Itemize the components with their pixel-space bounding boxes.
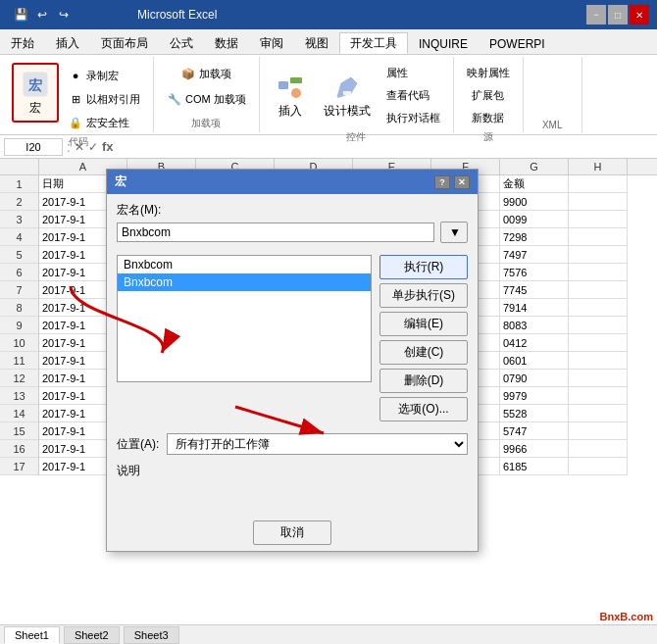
row-header-15[interactable]: 15 (0, 422, 38, 440)
row-header-13[interactable]: 13 (0, 387, 38, 405)
redo-qa-btn[interactable]: ↪ (55, 6, 73, 24)
relative-ref-btn[interactable]: ⊞ 以相对引用 (63, 88, 145, 110)
row-header-1[interactable]: 1 (0, 175, 38, 193)
cancel-btn[interactable]: 取消 (253, 520, 331, 545)
row-header-12[interactable]: 12 (0, 370, 38, 387)
macro-list-item-bnxbcom-selected[interactable]: Bnxbcom (118, 273, 371, 291)
sheet-tab-3[interactable]: Sheet3 (124, 626, 179, 644)
cell-h17[interactable] (569, 458, 628, 475)
col-header-g[interactable]: G (500, 159, 569, 174)
minimize-btn[interactable]: － (586, 5, 606, 25)
options-btn[interactable]: 选项(O)... (379, 397, 468, 421)
cell-h5[interactable] (569, 246, 628, 264)
cell-h3[interactable] (569, 211, 628, 228)
cell-g4[interactable]: 7298 (500, 228, 569, 246)
cell-h11[interactable] (569, 352, 628, 370)
row-header-7[interactable]: 7 (0, 281, 38, 299)
map-property-btn[interactable]: 映射属性 (462, 63, 515, 83)
row-header-4[interactable]: 4 (0, 228, 38, 246)
dialog-close-btn[interactable]: ✕ (454, 175, 470, 189)
cell-h4[interactable] (569, 228, 628, 246)
cell-h16[interactable] (569, 440, 628, 458)
save-qa-btn[interactable]: 💾 (12, 6, 29, 24)
cell-g15[interactable]: 5747 (500, 422, 569, 440)
tab-data[interactable]: 数据 (204, 32, 249, 54)
macro-list-item-bnxbcom-top[interactable]: Bnxbcom (118, 256, 371, 273)
expand-pkg-btn[interactable]: 扩展包 (467, 85, 509, 106)
cell-h12[interactable] (569, 370, 628, 387)
tab-review[interactable]: 审阅 (249, 32, 294, 54)
delete-btn[interactable]: 删除(D) (379, 369, 468, 393)
cell-h7[interactable] (569, 281, 628, 299)
row-header-14[interactable]: 14 (0, 405, 38, 422)
row-header-8[interactable]: 8 (0, 299, 38, 317)
dialog-help-btn[interactable]: ? (434, 175, 450, 189)
row-header-11[interactable]: 11 (0, 352, 38, 370)
cell-g11[interactable]: 0601 (500, 352, 569, 370)
property-btn[interactable]: 属性 (381, 63, 445, 83)
close-btn[interactable]: ✕ (630, 5, 649, 25)
cell-h8[interactable] (569, 299, 628, 317)
cell-g13[interactable]: 9979 (500, 387, 569, 405)
tab-developer[interactable]: 开发工具 (339, 32, 408, 54)
cell-h1[interactable] (569, 175, 628, 193)
cell-g7[interactable]: 7745 (500, 281, 569, 299)
edit-btn[interactable]: 编辑(E) (379, 312, 468, 336)
sheet-tab-2[interactable]: Sheet2 (64, 626, 120, 644)
step-btn[interactable]: 单步执行(S) (379, 283, 468, 308)
cell-g10[interactable]: 0412 (500, 334, 569, 352)
design-mode-btn[interactable]: 设计模式 (317, 67, 378, 124)
cell-h15[interactable] (569, 422, 628, 440)
create-btn[interactable]: 创建(C) (379, 340, 468, 365)
cell-g9[interactable]: 8083 (500, 317, 569, 334)
row-header-10[interactable]: 10 (0, 334, 38, 352)
cell-h14[interactable] (569, 405, 628, 422)
row-header-5[interactable]: 5 (0, 246, 38, 264)
insert-control-btn[interactable]: 插入 (268, 67, 313, 124)
row-header-2[interactable]: 2 (0, 193, 38, 211)
formula-input[interactable] (117, 140, 653, 154)
tab-view[interactable]: 视图 (294, 32, 339, 54)
macro-name-input[interactable] (117, 223, 434, 242)
cell-g8[interactable]: 7914 (500, 299, 569, 317)
row-header-3[interactable]: 3 (0, 211, 38, 228)
tab-inquire[interactable]: INQUIRE (408, 32, 479, 54)
cell-g5[interactable]: 7497 (500, 246, 569, 264)
cell-h9[interactable] (569, 317, 628, 334)
cell-g14[interactable]: 5528 (500, 405, 569, 422)
run-btn[interactable]: 执行(R) (379, 255, 468, 279)
cell-h10[interactable] (569, 334, 628, 352)
macro-list[interactable]: Bnxbcom Bnxbcom (117, 255, 372, 382)
row-header-6[interactable]: 6 (0, 264, 38, 281)
addins-btn[interactable]: 📦 加载项 (176, 63, 236, 84)
run-dialog-btn[interactable]: 执行对话框 (381, 108, 445, 128)
tab-home[interactable]: 开始 (0, 32, 45, 54)
cell-g2[interactable]: 9900 (500, 193, 569, 211)
row-header-9[interactable]: 9 (0, 317, 38, 334)
confirm-formula-icon[interactable]: ✓ (88, 140, 98, 154)
cell-h13[interactable] (569, 387, 628, 405)
col-header-h[interactable]: H (569, 159, 628, 174)
record-macro-btn[interactable]: ● 录制宏 (63, 65, 145, 86)
new-data-btn[interactable]: 新数据 (467, 108, 509, 128)
location-select[interactable]: 所有打开的工作簿 (167, 433, 468, 455)
cell-g3[interactable]: 0099 (500, 211, 569, 228)
undo-qa-btn[interactable]: ↩ (33, 6, 51, 24)
view-code-btn[interactable]: 查看代码 (381, 85, 445, 106)
com-addins-btn[interactable]: 🔧 COM 加载项 (162, 88, 251, 110)
tab-powerpi[interactable]: POWERPI (479, 32, 556, 54)
sheet-tab-1[interactable]: Sheet1 (4, 626, 60, 644)
cell-g16[interactable]: 9966 (500, 440, 569, 458)
row-header-17[interactable]: 17 (0, 458, 38, 475)
maximize-btn[interactable]: □ (608, 5, 628, 25)
tab-layout[interactable]: 页面布局 (90, 32, 159, 54)
cell-g1[interactable]: 金额 (500, 175, 569, 193)
row-header-16[interactable]: 16 (0, 440, 38, 458)
cell-g12[interactable]: 0790 (500, 370, 569, 387)
cell-h6[interactable] (569, 264, 628, 281)
insert-function-icon[interactable]: fx (102, 139, 114, 154)
macro-security-btn[interactable]: 🔒 宏安全性 (63, 112, 145, 133)
macro-button[interactable]: 宏 宏 (12, 63, 59, 123)
tab-insert[interactable]: 插入 (45, 32, 90, 54)
browse-btn[interactable]: ▼ (440, 222, 468, 243)
